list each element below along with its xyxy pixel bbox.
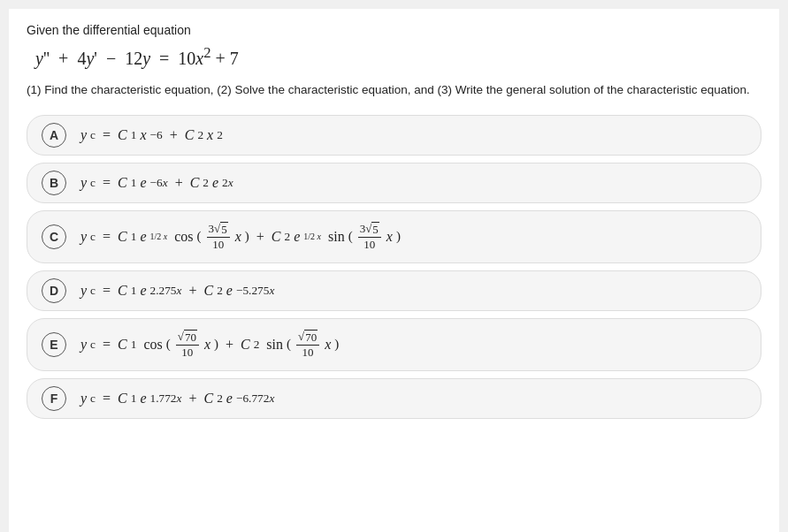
option-a-row[interactable]: A yc = C1x−6 + C2x2 [27,115,761,156]
option-b-label: B [42,171,66,195]
option-f-math: yc = C1e1.772x + C2e−6.772x [80,391,274,407]
main-equation-content: y'' + 4y' − 12y = 10x2 + 7 [35,49,239,68]
option-f-row[interactable]: F yc = C1e1.772x + C2e−6.772x [27,378,761,419]
option-e-math: yc = C1 cos( √70 10 x) + C2 sin( √70 10 … [80,330,339,360]
option-b-row[interactable]: B yc = C1e−6x + C2e2x [27,163,761,203]
option-c-row[interactable]: C yc = C1e1/2 x cos( 3√5 10 x) + C2e1/2 … [27,210,761,263]
option-d-row[interactable]: D yc = C1e2.275x + C2e−5.275x [27,270,761,311]
option-d-math: yc = C1e2.275x + C2e−5.275x [80,283,274,299]
intro-text: Given the differential equation [27,23,761,37]
option-e-label: E [42,332,66,357]
option-d-label: D [42,278,66,303]
option-b-math: yc = C1e−6x + C2e2x [80,175,233,191]
option-a-label: A [42,123,66,148]
option-c-math: yc = C1e1/2 x cos( 3√5 10 x) + C2e1/2 x … [80,222,401,252]
options-container: A yc = C1x−6 + C2x2 B yc = C1e−6x + C2e2… [27,115,761,419]
option-a-math: yc = C1x−6 + C2x2 [80,127,223,143]
option-e-row[interactable]: E yc = C1 cos( √70 10 x) + C2 sin( √70 1… [27,318,761,371]
option-c-label: C [42,224,66,249]
main-equation: y'' + 4y' − 12y = 10x2 + 7 [35,44,761,69]
option-f-label: F [42,386,66,411]
page-container: Given the differential equation y'' + 4y… [9,9,779,532]
instructions-text: (1) Find the characteristic equation, (2… [27,81,761,99]
